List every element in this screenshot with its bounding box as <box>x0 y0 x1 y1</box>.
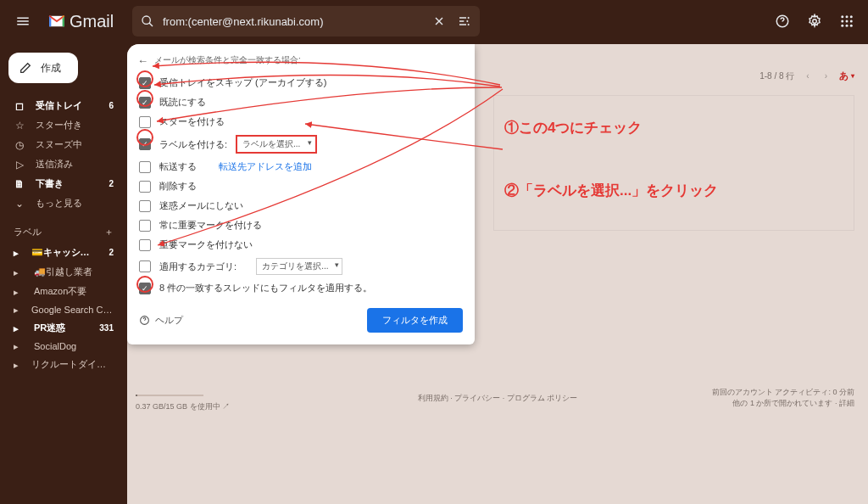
filter-apply-existing[interactable]: ✓8 件の一致するスレッドにもフィルタを適用する。 <box>139 278 463 298</box>
svg-point-7 <box>846 20 849 23</box>
label-item[interactable]: ▸Amazon不要 <box>5 283 122 300</box>
search-icon[interactable] <box>137 11 158 31</box>
label-item[interactable]: ▸リクルートダイレクトス... <box>5 356 122 373</box>
search-options-icon[interactable] <box>454 11 475 31</box>
popup-footer: ヘルプ フィルタを作成 <box>139 308 463 333</box>
filter-mark-read[interactable]: ✓既読にする <box>139 92 463 112</box>
checkbox-icon[interactable] <box>139 116 151 128</box>
nav-starred[interactable]: ☆スター付き <box>5 116 122 134</box>
label-icon: ▸ <box>14 287 24 297</box>
list-header: 1-8 / 8 行 ‹ › あ▾ <box>760 70 854 82</box>
create-filter-button[interactable]: フィルタを作成 <box>367 308 463 333</box>
labels-section-header: ラベル ＋ <box>5 214 122 242</box>
annotation-circle <box>136 90 153 107</box>
draft-icon: 🗎 <box>14 178 25 190</box>
apps-icon[interactable] <box>836 10 858 32</box>
annotation-circle <box>136 276 153 293</box>
star-icon: ☆ <box>14 120 25 132</box>
prev-page-icon[interactable]: ‹ <box>803 71 812 81</box>
clear-search-icon[interactable] <box>429 11 449 31</box>
inbox-icon: ◻ <box>14 100 25 112</box>
annotation-circle <box>136 129 153 146</box>
checkbox-icon[interactable] <box>139 200 151 212</box>
svg-point-0 <box>142 16 150 24</box>
label-item[interactable]: ▸Google Search Console ... <box>5 302 122 317</box>
label-icon: ▸ <box>14 341 24 351</box>
label-icon: ▸ <box>14 323 24 333</box>
nav-sent[interactable]: ▷送信済み <box>5 155 122 173</box>
filter-category[interactable]: 適用するカテゴリ: カテゴリを選択... <box>139 255 463 278</box>
svg-point-3 <box>841 15 843 18</box>
svg-point-4 <box>846 15 849 18</box>
settings-icon[interactable] <box>804 10 826 32</box>
nav-more[interactable]: ⌄もっと見る <box>5 194 122 212</box>
nav-drafts[interactable]: 🗎下書き2 <box>5 175 122 193</box>
header-right <box>771 10 858 32</box>
checkbox-icon[interactable] <box>139 260 151 272</box>
chevron-down-icon: ⌄ <box>14 198 25 210</box>
send-icon: ▷ <box>14 159 25 171</box>
storage-bar <box>136 395 203 396</box>
main-menu-icon[interactable] <box>10 8 36 34</box>
clock-icon: ◷ <box>14 139 25 151</box>
filter-always-important[interactable]: 常に重要マークを付ける <box>139 216 463 235</box>
filter-never-important[interactable]: 重要マークを付けない <box>139 235 463 255</box>
logo-text: Gmail <box>70 12 114 31</box>
help-link[interactable]: ヘルプ <box>139 314 183 327</box>
checkbox-icon[interactable] <box>139 161 151 173</box>
svg-point-9 <box>841 25 843 27</box>
gmail-logo[interactable]: Gmail <box>47 12 120 31</box>
label-item[interactable]: ▸PR迷惑331 <box>5 319 122 337</box>
input-mode-indicator[interactable]: あ▾ <box>839 70 854 82</box>
filter-never-spam[interactable]: 迷惑メールにしない <box>139 196 463 216</box>
filter-forward[interactable]: 転送する 転送先アドレスを追加 <box>139 157 463 176</box>
filter-apply-label[interactable]: ✓ラベルを付ける:ラベルを選択... <box>139 132 463 157</box>
checkbox-icon[interactable] <box>139 220 151 232</box>
svg-point-6 <box>841 20 843 23</box>
svg-point-11 <box>850 25 853 27</box>
policy-links[interactable]: 利用規約 · プライバシー · プログラム ポリシー <box>418 393 578 404</box>
next-page-icon[interactable]: › <box>821 71 831 81</box>
svg-point-10 <box>846 25 849 27</box>
pagination-text: 1-8 / 8 行 <box>760 70 794 82</box>
label-icon: ▸ <box>14 360 21 370</box>
popup-header: ← メールが検索条件と完全一致する場合: <box>139 54 463 73</box>
label-item[interactable]: ▸🚚引越し業者 <box>5 263 122 281</box>
help-icon[interactable] <box>771 10 793 32</box>
label-item[interactable]: ▸💳キャッシュカード...2 <box>5 244 122 261</box>
storage-footer: 0.37 GB/15 GB を使用中 ↗ <box>136 395 230 412</box>
search-bar <box>132 6 480 36</box>
sidebar: 作成 ◻受信トレイ6 ☆スター付き ◷スヌーズ中 ▷送信済み 🗎下書き2 ⌄もっ… <box>0 42 127 504</box>
svg-point-8 <box>850 20 853 23</box>
top-bar: Gmail <box>0 0 868 42</box>
open-external-icon[interactable]: ↗ <box>222 402 230 411</box>
nav-inbox[interactable]: ◻受信トレイ6 <box>5 97 122 115</box>
annotation-text-1: ①この4つにチェック <box>504 118 642 137</box>
annotation-text-2: ②「ラベルを選択...」をクリック <box>504 181 718 200</box>
annotation-circle <box>136 70 153 87</box>
filter-skip-inbox[interactable]: ✓受信トレイをスキップ (アーカイブする) <box>139 73 463 92</box>
category-select-dropdown[interactable]: カテゴリを選択... <box>256 258 342 275</box>
label-select-dropdown[interactable]: ラベルを選択... <box>236 135 317 154</box>
svg-point-2 <box>813 20 817 24</box>
compose-label: 作成 <box>41 61 61 76</box>
filter-create-popup: ← メールが検索条件と完全一致する場合: ✓受信トレイをスキップ (アーカイブす… <box>127 44 475 344</box>
annotations-overlay <box>493 95 854 231</box>
label-icon: ▸ <box>14 267 24 277</box>
activity-footer: 前回のアカウント アクティビティ: 0 分前 他の 1 か所で開かれています ·… <box>712 387 854 409</box>
label-icon: ▸ <box>14 248 21 258</box>
main-panel: 1-8 / 8 行 ‹ › あ▾ ← メールが検索条件と完全一致する場合: ✓受… <box>127 44 868 504</box>
svg-point-5 <box>850 15 853 18</box>
label-icon: ▸ <box>14 305 21 315</box>
filter-delete[interactable]: 削除する <box>139 176 463 196</box>
label-item[interactable]: ▸SocialDog <box>5 339 122 354</box>
search-input[interactable] <box>163 15 424 28</box>
filter-star[interactable]: スターを付ける <box>139 112 463 132</box>
back-arrow-icon[interactable]: ← <box>137 54 148 67</box>
checkbox-icon[interactable] <box>139 181 151 193</box>
compose-button[interactable]: 作成 <box>8 53 78 83</box>
add-forward-link[interactable]: 転送先アドレスを追加 <box>219 160 312 173</box>
nav-snoozed[interactable]: ◷スヌーズ中 <box>5 136 122 154</box>
add-label-icon[interactable]: ＋ <box>104 226 114 238</box>
checkbox-icon[interactable] <box>139 239 151 251</box>
